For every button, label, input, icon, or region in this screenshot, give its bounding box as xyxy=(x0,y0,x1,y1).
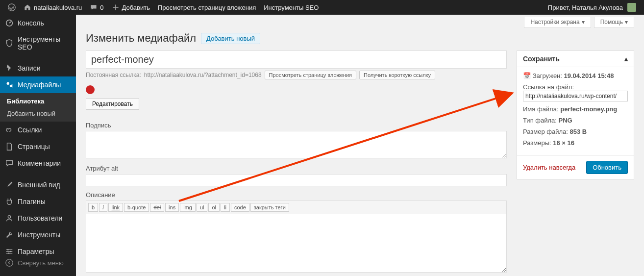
qt-italic[interactable]: i xyxy=(99,203,107,212)
calendar-icon: 📅 xyxy=(523,72,531,79)
permalink-label: Постоянная ссылка: xyxy=(86,72,141,78)
uploaded-row: 📅 Загружен: 19.04.2014 15:48 xyxy=(523,72,628,79)
view-page-button[interactable]: Просмотреть страницу вложения xyxy=(265,71,356,79)
filetype-row: Тип файла: PNG xyxy=(523,117,628,124)
seo-tools-link[interactable]: Инструменты SEO xyxy=(260,0,322,15)
toggle-triangle-icon: ▴ xyxy=(624,55,628,63)
shield-icon xyxy=(5,39,14,48)
screen-options-tab[interactable]: Настройки экрана▾ xyxy=(524,17,591,28)
comments-count: 0 xyxy=(100,4,103,11)
sidebar-item-plugins[interactable]: Плагины xyxy=(0,193,76,210)
file-url-label: Ссылка на файл: xyxy=(523,83,628,91)
description-textarea[interactable] xyxy=(86,214,507,273)
svg-point-5 xyxy=(10,251,11,252)
wordpress-icon xyxy=(8,3,16,11)
filename-row: Имя файла: perfect-money.png xyxy=(523,105,628,113)
svg-point-7 xyxy=(6,259,13,266)
chevron-down-icon: ▾ xyxy=(582,19,585,25)
admin-bar: nataliaakulova.ru 0 Добавить Просмотреть… xyxy=(0,0,644,15)
save-postbox: Сохранить ▴ 📅 Загружен: 19.04.2014 15:48… xyxy=(517,50,634,179)
sidebar-item-tools[interactable]: Инструменты xyxy=(0,226,76,243)
qt-img[interactable]: img xyxy=(180,203,196,212)
sidebar-item-posts[interactable]: Записи xyxy=(0,60,76,76)
attachment-thumbnail-row xyxy=(86,85,507,94)
comments-link[interactable]: 0 xyxy=(86,0,107,15)
user-icon xyxy=(5,214,14,223)
svg-point-6 xyxy=(8,252,10,254)
description-label: Описание xyxy=(86,191,507,199)
plugin-icon xyxy=(5,197,14,206)
my-account-link[interactable]: Привет, Наталья Акулова xyxy=(544,0,640,15)
submenu-library[interactable]: Библиотека xyxy=(0,95,76,107)
pin-icon xyxy=(5,64,14,73)
avatar xyxy=(627,3,636,12)
qt-del[interactable]: del xyxy=(150,203,164,212)
wp-logo[interactable] xyxy=(4,0,20,15)
add-new-label: Добавить xyxy=(122,4,150,11)
quicktags-toolbar: b i link b-quote del ins img ul ol li co… xyxy=(86,201,507,214)
chevron-down-icon: ▾ xyxy=(625,19,628,25)
add-new-button[interactable]: Добавить новый xyxy=(201,33,260,44)
update-button[interactable]: Обновить xyxy=(586,161,628,174)
caption-label: Подпись xyxy=(86,122,507,129)
permalink-row: Постоянная ссылка: http://nataliaakulova… xyxy=(86,71,507,79)
dashboard-icon xyxy=(5,19,14,27)
add-new-link[interactable]: Добавить xyxy=(108,0,154,15)
sidebar-item-media[interactable]: Медиафайлы xyxy=(0,76,76,93)
qt-bquote[interactable]: b-quote xyxy=(124,203,149,212)
svg-point-2 xyxy=(7,82,9,85)
screen-meta: Настройки экрана▾ Помощь▾ xyxy=(86,15,634,28)
help-tab[interactable]: Помощь▾ xyxy=(594,17,634,28)
media-icon xyxy=(5,80,14,89)
get-shortlink-button[interactable]: Получить короткую ссылку xyxy=(359,71,435,79)
qt-code[interactable]: code xyxy=(231,203,249,212)
qt-ul[interactable]: ul xyxy=(197,203,208,212)
media-submenu: Библиотека Добавить новый xyxy=(0,93,76,122)
main-content: Настройки экрана▾ Помощь▾ Изменить медиа… xyxy=(76,15,644,276)
sidebar-item-appearance[interactable]: Внешний вид xyxy=(0,176,76,193)
qt-li[interactable]: li xyxy=(221,203,230,212)
admin-sidebar: Консоль Инструменты SEO Записи Медиафайл… xyxy=(0,15,76,276)
collapse-icon xyxy=(5,258,14,267)
qt-close-tags[interactable]: закрыть теги xyxy=(250,203,289,212)
sidebar-item-comments[interactable]: Комментарии xyxy=(0,155,76,172)
dimensions-row: Размеры: 16 × 16 xyxy=(523,139,628,147)
plus-icon xyxy=(112,3,120,11)
qt-ins[interactable]: ins xyxy=(165,203,179,212)
svg-point-3 xyxy=(8,216,10,218)
sidebar-item-links[interactable]: Ссылки xyxy=(0,122,76,138)
comment-icon xyxy=(5,159,14,168)
filesize-row: Размер файла: 853 B xyxy=(523,128,628,135)
site-name: nataliaakulova.ru xyxy=(34,4,82,11)
sidebar-item-pages[interactable]: Страницы xyxy=(0,138,76,155)
view-attachment-link[interactable]: Просмотреть страницу вложения xyxy=(154,0,260,15)
edit-image-button[interactable]: Редактировать xyxy=(86,98,139,110)
attachment-title-input[interactable] xyxy=(86,50,507,69)
sidebar-item-seo[interactable]: Инструменты SEO xyxy=(0,31,76,55)
permalink-url: http://nataliaakulova.ru/?attachment_id=… xyxy=(144,72,262,78)
wrench-icon xyxy=(5,230,14,239)
link-icon xyxy=(5,125,14,134)
caption-textarea[interactable] xyxy=(86,131,507,158)
comment-icon xyxy=(90,3,98,11)
sidebar-item-users[interactable]: Пользователи xyxy=(0,210,76,226)
alt-label: Атрибут alt xyxy=(86,165,507,172)
attachment-thumbnail xyxy=(86,85,95,94)
file-url-input[interactable] xyxy=(523,91,628,101)
page-icon xyxy=(5,142,14,151)
page-title: Изменить медиафайл Добавить новый xyxy=(86,32,634,45)
home-icon xyxy=(24,3,31,11)
alt-input[interactable] xyxy=(86,174,507,186)
sidebar-item-dashboard[interactable]: Консоль xyxy=(0,15,76,31)
svg-point-4 xyxy=(7,249,9,251)
site-name-link[interactable]: nataliaakulova.ru xyxy=(20,0,86,15)
delete-permanently-link[interactable]: Удалить навсегда xyxy=(523,164,575,171)
submenu-add-new[interactable]: Добавить новый xyxy=(0,107,76,120)
qt-ol[interactable]: ol xyxy=(208,203,220,212)
qt-bold[interactable]: b xyxy=(88,203,98,212)
save-postbox-header[interactable]: Сохранить ▴ xyxy=(517,51,634,67)
brush-icon xyxy=(5,180,14,189)
collapse-menu[interactable]: Свернуть меню xyxy=(0,254,76,271)
qt-link[interactable]: link xyxy=(108,203,124,212)
